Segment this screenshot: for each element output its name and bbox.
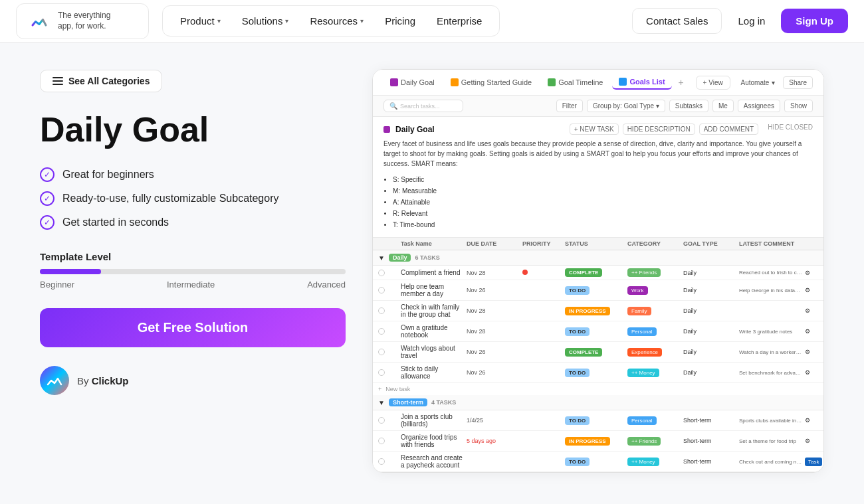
nav-enterprise[interactable]: Enterprise (427, 11, 491, 31)
row-check[interactable] (378, 349, 385, 355)
nav-solutions[interactable]: Solutions ▾ (233, 11, 298, 31)
category-pill: Work (627, 286, 648, 295)
row-check[interactable] (378, 458, 385, 465)
table-row: Own a gratitude notebook Nov 28 TO DO Pe… (373, 321, 823, 342)
navbar: The everything app, for work. Product ▾ … (0, 0, 864, 42)
status-pill: COMPLETE (565, 348, 602, 357)
search-icon: 🔍 (389, 102, 397, 110)
group-by-button[interactable]: Group by: Goal Type ▾ (587, 100, 665, 112)
row-check[interactable] (378, 287, 385, 294)
table-row: Watch vlogs about travel Nov 26 COMPLETE… (373, 342, 823, 363)
share-button[interactable]: Share (783, 76, 813, 89)
subtasks-button[interactable]: Subtasks (669, 100, 708, 112)
latest-comment: Watch a day in a worker's life in Japan (739, 349, 802, 355)
latest-comment: Check out and coming neobanks from right (739, 459, 802, 465)
desc-title: Daily Goal (395, 125, 435, 134)
task-name: Research and create a paycheck account (401, 454, 464, 469)
feature-item-3: ✓ Get started in seconds (40, 215, 346, 230)
new-task-row-daily[interactable]: + New task (373, 383, 823, 395)
desc-list-item-2: M: Measurable (393, 185, 813, 197)
level-beginner: Beginner (40, 280, 74, 290)
task-name: Join a sports club (billiards) (401, 413, 464, 428)
task-name: Check in with family in the group chat (401, 303, 464, 318)
login-button[interactable]: Log in (727, 9, 776, 33)
tab-goals-list[interactable]: Goals List (612, 75, 671, 90)
check-icon-2: ✓ (40, 191, 54, 206)
category-pill: Personal (627, 416, 657, 425)
group-badge-daily: Daily (389, 254, 411, 262)
add-comment-button[interactable]: ADD COMMENT (699, 124, 759, 135)
clickup-logo-icon (27, 9, 51, 33)
desc-icon (383, 126, 390, 133)
check-icon-3: ✓ (40, 215, 54, 230)
table-row: Check in with family in the group chat N… (373, 301, 823, 321)
search-placeholder: Search tasks... (400, 103, 440, 110)
by-clickup: By ClickUp (40, 366, 346, 395)
product-chevron: ▾ (217, 17, 221, 25)
main-content: See All Categories Daily Goal ✓ Great fo… (0, 42, 864, 499)
group-header-daily[interactable]: ▼ Daily 6 TASKS (373, 250, 823, 266)
see-all-categories-button[interactable]: See All Categories (40, 70, 162, 92)
hide-closed-button[interactable]: HIDE CLOSED (768, 124, 813, 135)
category-pill: ++ Money (627, 369, 659, 377)
description-section: Daily Goal + NEW TASK HIDE DESCRIPTION A… (373, 117, 823, 238)
filter-button[interactable]: Filter (556, 100, 583, 112)
row-check[interactable] (378, 270, 385, 276)
nav-product[interactable]: Product ▾ (171, 11, 230, 31)
category-pill: ++ Friends (627, 437, 661, 446)
app-tabs: Daily Goal Getting Started Guide Goal Ti… (373, 70, 823, 96)
nav-links: Product ▾ Solutions ▾ Resources ▾ Pricin… (162, 5, 500, 37)
view-button[interactable]: + View (696, 76, 730, 90)
status-pill: IN PROGRESS (565, 437, 610, 446)
task-badge: Task (805, 458, 822, 466)
automate-button[interactable]: Automate ▾ (741, 79, 776, 86)
task-name: Compliment a friend (401, 269, 464, 276)
toolbar-right: Filter Group by: Goal Type ▾ Subtasks Me… (556, 100, 813, 112)
nav-resources[interactable]: Resources ▾ (300, 11, 373, 31)
category-pill: ++ Friends (627, 268, 661, 277)
desc-body: Every facet of business and life uses go… (383, 139, 813, 169)
row-check[interactable] (378, 328, 385, 335)
row-check[interactable] (378, 417, 385, 424)
app-toolbar: 🔍 Search tasks... Filter Group by: Goal … (373, 96, 823, 117)
get-free-solution-button[interactable]: Get Free Solution (40, 308, 346, 347)
group-badge-short: Short-term (389, 398, 427, 406)
table-header: Task Name DUE DATE PRIORITY STATUS CATEG… (373, 238, 823, 250)
latest-comment: Set a theme for food trip (739, 438, 802, 444)
by-label: By ClickUp (77, 375, 129, 386)
group-header-short[interactable]: ▼ Short-term 4 TASKS (373, 395, 823, 410)
logo-area[interactable]: The everything app, for work. (16, 3, 149, 39)
hide-desc-button[interactable]: HIDE DESCRIPTION (623, 124, 695, 135)
col-priority: PRIORITY (522, 240, 562, 247)
me-button[interactable]: Me (712, 100, 734, 112)
clickup-avatar (40, 366, 69, 395)
tab-daily-goal[interactable]: Daily Goal (383, 76, 441, 89)
search-input[interactable]: 🔍 Search tasks... (383, 100, 463, 112)
row-check[interactable] (378, 438, 385, 444)
latest-comment: Write 3 gratitude notes (739, 329, 802, 335)
status-pill: TO DO (565, 286, 590, 295)
table-row: Compliment a friend Nov 28 COMPLETE ++ F… (373, 266, 823, 280)
task-name: Own a gratitude notebook (401, 324, 464, 339)
desc-list-item-1: S: Specific (393, 174, 813, 185)
desc-title-row: Daily Goal + NEW TASK HIDE DESCRIPTION A… (383, 124, 813, 135)
new-task-button[interactable]: + NEW TASK (570, 124, 619, 135)
add-tab-button[interactable]: + (675, 76, 688, 89)
feature-list: ✓ Great for beginners ✓ Ready-to-use, fu… (40, 167, 346, 230)
group-task-count-short: 4 TASKS (431, 399, 456, 406)
tab-getting-started[interactable]: Getting Started Guide (444, 76, 538, 89)
assignees-button[interactable]: Assignees (738, 100, 780, 112)
status-pill: TO DO (565, 327, 590, 336)
nav-pricing[interactable]: Pricing (376, 11, 425, 31)
row-check[interactable] (378, 369, 385, 376)
contact-sales-button[interactable]: Contact Sales (632, 8, 722, 34)
tab-goal-timeline[interactable]: Goal Timeline (541, 76, 609, 89)
show-button[interactable]: Show (784, 100, 813, 112)
check-icon-1: ✓ (40, 167, 54, 182)
feature-item-2: ✓ Ready-to-use, fully customizable Subca… (40, 191, 346, 206)
signup-button[interactable]: Sign Up (781, 9, 848, 33)
level-fill (40, 269, 101, 274)
category-pill: ++ Money (627, 458, 659, 466)
row-check[interactable] (378, 307, 385, 314)
svg-rect-0 (27, 9, 51, 33)
